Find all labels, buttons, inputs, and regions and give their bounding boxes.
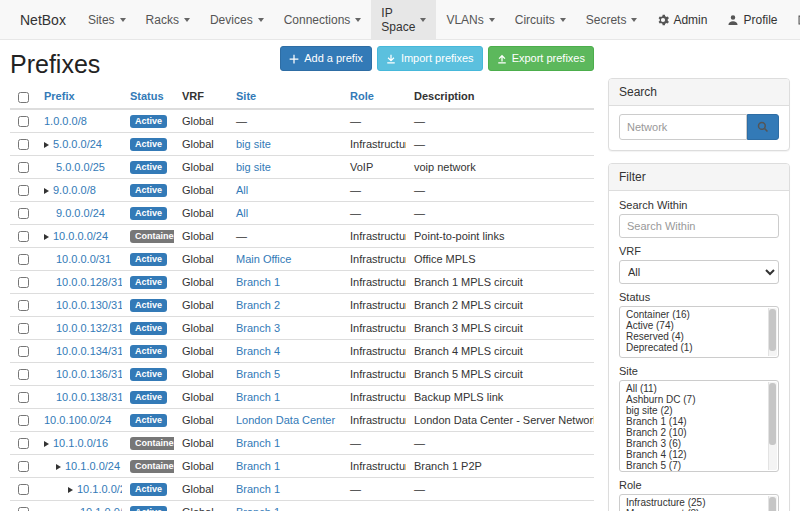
prefix-link[interactable]: 10.0.100.0/24 — [44, 414, 111, 426]
prefix-link[interactable]: 10.0.0.128/31 — [56, 276, 122, 288]
filter-option[interactable]: Infrastructure (25) — [620, 497, 767, 508]
filter-option[interactable]: big site (2) — [620, 405, 767, 416]
filter-option[interactable]: Branch 1 (14) — [620, 416, 767, 427]
checkbox-cell — [10, 270, 36, 293]
row-checkbox[interactable] — [18, 162, 29, 173]
site-link[interactable]: Branch 3 — [236, 322, 280, 334]
site-link[interactable]: Branch 2 — [236, 299, 280, 311]
prefix-link[interactable]: 10.0.0.130/31 — [56, 299, 122, 311]
prefix-link[interactable]: 10.0.0.0/31 — [56, 253, 111, 265]
vrf-select[interactable]: All — [619, 260, 779, 284]
column-header-status[interactable]: Status — [122, 85, 174, 109]
row-checkbox[interactable] — [18, 231, 29, 242]
site-link[interactable]: London Data Center — [236, 414, 335, 426]
nav-item-connections[interactable]: Connections — [274, 0, 372, 39]
row-checkbox[interactable] — [18, 185, 29, 196]
site-link[interactable]: big site — [236, 161, 271, 173]
row-checkbox[interactable] — [18, 438, 29, 449]
column-header-site[interactable]: Site — [228, 85, 342, 109]
prefix-link[interactable]: 5.0.0.0/24 — [53, 138, 102, 150]
prefix-link[interactable]: 10.0.0.0/24 — [53, 230, 108, 242]
site-link[interactable]: Branch 1 — [236, 506, 280, 511]
filter-option[interactable]: Reserved (4) — [620, 331, 767, 342]
site-link[interactable]: Branch 1 — [236, 460, 280, 472]
prefix-link[interactable]: 10.0.0.134/31 — [56, 345, 122, 357]
prefix-link[interactable]: 1.0.0.0/8 — [44, 115, 87, 127]
row-checkbox[interactable] — [18, 346, 29, 357]
role-listbox[interactable]: Infrastructure (25)Management (8)Private… — [619, 494, 779, 511]
prefix-link[interactable]: 9.0.0.0/8 — [53, 184, 96, 196]
nav-item-secrets[interactable]: Secrets — [576, 0, 648, 39]
filter-option[interactable]: Container (16) — [620, 309, 767, 320]
scrollbar[interactable] — [768, 382, 777, 470]
prefix-link[interactable]: 10.0.0.136/31 — [56, 368, 122, 380]
site-link[interactable]: All — [236, 184, 248, 196]
site-link[interactable]: Branch 1 — [236, 276, 280, 288]
nav-item-circuits[interactable]: Circuits — [505, 0, 576, 39]
brand[interactable]: NetBox — [8, 0, 78, 39]
site-link[interactable]: Main Office — [236, 253, 291, 265]
prefix-link[interactable]: 10.0.0.132/31 — [56, 322, 122, 334]
column-header-role[interactable]: Role — [342, 85, 406, 109]
column-header-prefix[interactable]: Prefix — [36, 85, 122, 109]
nav-item-devices[interactable]: Devices — [200, 0, 274, 39]
row-checkbox[interactable] — [18, 254, 29, 265]
prefix-link[interactable]: 9.0.0.0/24 — [56, 207, 105, 219]
import-prefixes-button[interactable]: Import prefixes — [377, 46, 483, 71]
nav-item-vlans[interactable]: VLANs — [436, 0, 504, 39]
site-link[interactable]: Branch 5 — [236, 368, 280, 380]
scrollbar-thumb[interactable] — [769, 383, 776, 445]
row-checkbox[interactable] — [18, 507, 29, 511]
log-out-link[interactable]: Log out — [787, 0, 800, 39]
site-listbox[interactable]: All (11)Ashburn DC (7)big site (2)Branch… — [619, 380, 779, 472]
row-checkbox[interactable] — [18, 392, 29, 403]
scrollbar[interactable] — [768, 308, 777, 356]
search-button[interactable] — [747, 114, 779, 140]
search-input[interactable] — [619, 114, 747, 140]
row-checkbox[interactable] — [18, 415, 29, 426]
filter-option[interactable]: Ashburn DC (7) — [620, 394, 767, 405]
site-link[interactable]: Branch 1 — [236, 483, 280, 495]
filter-option[interactable]: COLO-1 (24) — [620, 471, 767, 472]
status-listbox[interactable]: Container (16)Active (74)Reserved (4)Dep… — [619, 306, 779, 358]
scrollbar[interactable] — [768, 496, 777, 511]
site-link[interactable]: Branch 1 — [236, 437, 280, 449]
site-link[interactable]: big site — [236, 138, 271, 150]
select-all-checkbox[interactable] — [18, 92, 29, 103]
export-prefixes-button[interactable]: Export prefixes — [488, 46, 594, 71]
prefix-link[interactable]: 10.1.0.0/24 — [65, 460, 120, 472]
scrollbar-thumb[interactable] — [769, 309, 776, 351]
row-checkbox[interactable] — [18, 300, 29, 311]
prefix-link[interactable]: 10.1.0.0/26 — [80, 506, 122, 511]
row-checkbox[interactable] — [18, 277, 29, 288]
profile-link[interactable]: Profile — [717, 0, 787, 39]
admin-link[interactable]: Admin — [647, 0, 717, 39]
filter-option[interactable]: Branch 4 (12) — [620, 449, 767, 460]
nav-item-sites[interactable]: Sites — [78, 0, 136, 39]
prefix-link[interactable]: 10.0.0.138/31 — [56, 391, 122, 403]
row-checkbox[interactable] — [18, 208, 29, 219]
row-checkbox[interactable] — [18, 461, 29, 472]
prefix-link[interactable]: 10.1.0.0/25 — [77, 483, 122, 495]
row-checkbox[interactable] — [18, 323, 29, 334]
row-checkbox[interactable] — [18, 139, 29, 150]
search-within-input[interactable] — [619, 214, 779, 238]
prefix-link[interactable]: 5.0.0.0/25 — [56, 161, 105, 173]
site-link[interactable]: Branch 1 — [236, 391, 280, 403]
scrollbar-thumb[interactable] — [769, 497, 776, 511]
site-link[interactable]: Branch 4 — [236, 345, 280, 357]
filter-option[interactable]: Branch 2 (10) — [620, 427, 767, 438]
row-checkbox[interactable] — [18, 116, 29, 127]
add-a-prefix-button[interactable]: Add a prefix — [280, 46, 372, 71]
nav-item-racks[interactable]: Racks — [136, 0, 200, 39]
filter-option[interactable]: Branch 3 (6) — [620, 438, 767, 449]
filter-option[interactable]: Branch 5 (7) — [620, 460, 767, 471]
filter-option[interactable]: All (11) — [620, 383, 767, 394]
prefix-link[interactable]: 10.1.0.0/16 — [53, 437, 108, 449]
filter-option[interactable]: Deprecated (1) — [620, 342, 767, 353]
row-checkbox[interactable] — [18, 369, 29, 380]
site-link[interactable]: All — [236, 207, 248, 219]
row-checkbox[interactable] — [18, 484, 29, 495]
filter-option[interactable]: Active (74) — [620, 320, 767, 331]
nav-item-ip-space[interactable]: IP Space — [371, 0, 436, 39]
